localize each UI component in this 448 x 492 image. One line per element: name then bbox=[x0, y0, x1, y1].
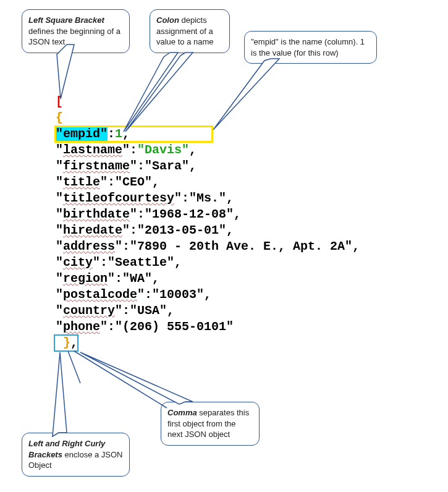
callout-curly: Left and Right Curly Brackets enclose a … bbox=[22, 433, 130, 477]
highlight-close-brace bbox=[54, 334, 78, 352]
callout-text: Left Square Bracket defines the beginnin… bbox=[28, 15, 120, 46]
callout-left-bracket: Left Square Bracket defines the beginnin… bbox=[22, 9, 130, 53]
svg-line-6 bbox=[74, 351, 167, 408]
svg-marker-7 bbox=[80, 352, 193, 404]
svg-marker-4 bbox=[53, 352, 67, 436]
highlight-empid-row bbox=[54, 125, 213, 143]
svg-line-5 bbox=[68, 351, 80, 383]
callout-colon: Colon depicts assignment of a value to a… bbox=[150, 9, 230, 53]
callout-text: Comma separates this first object from t… bbox=[167, 408, 249, 439]
callout-text: Colon depicts assignment of a value to a… bbox=[156, 15, 214, 46]
callout-empid: "empid" is the name (column). 1 is the v… bbox=[244, 31, 377, 64]
callout-comma: Comma separates this first object from t… bbox=[161, 402, 260, 446]
callout-text: "empid" is the name (column). 1 is the v… bbox=[251, 37, 365, 57]
callout-text: Left and Right Curly Brackets enclose a … bbox=[28, 439, 122, 470]
